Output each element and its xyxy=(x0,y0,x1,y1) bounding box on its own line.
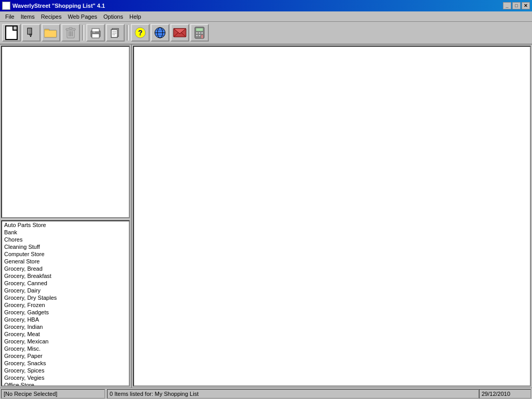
list-item[interactable]: Grocery, Gadgets xyxy=(2,309,129,316)
list-item[interactable]: Grocery, Frozen xyxy=(2,301,129,309)
svg-rect-14 xyxy=(92,34,99,38)
svg-rect-39 xyxy=(201,35,203,38)
list-item[interactable]: Computer Store xyxy=(2,250,129,258)
globe-icon xyxy=(154,26,166,39)
title-bar-left: WaverlyStreet "Shopping List" 4.1 xyxy=(2,2,105,10)
list-item[interactable]: Grocery, Breakfast xyxy=(2,272,129,280)
toolbar: ? xyxy=(0,22,532,45)
list-item[interactable]: Grocery, Dairy xyxy=(2,287,129,294)
menu-items[interactable]: Items xyxy=(18,12,38,21)
list-item[interactable]: General Store xyxy=(2,258,129,265)
svg-rect-38 xyxy=(198,35,201,36)
menu-help[interactable]: Help xyxy=(126,12,144,21)
list-item[interactable]: Bank xyxy=(2,229,129,236)
delete-button[interactable] xyxy=(61,24,80,42)
list-item[interactable]: Grocery, Dry Staples xyxy=(2,294,129,301)
svg-rect-13 xyxy=(92,29,99,32)
list-item[interactable]: Grocery, Canned xyxy=(2,280,129,287)
status-recipe: [No Recipe Selected] xyxy=(1,389,105,398)
copy-icon xyxy=(109,26,122,39)
separator-2 xyxy=(127,25,129,41)
print-icon xyxy=(89,26,102,39)
edit-button[interactable] xyxy=(22,24,41,42)
menu-webpages[interactable]: Web Pages xyxy=(64,12,100,21)
new-button[interactable] xyxy=(2,24,21,42)
help-icon: ? xyxy=(134,26,147,39)
status-date: 29/12/2010 xyxy=(479,389,531,398)
svg-rect-37 xyxy=(196,35,198,36)
list-item[interactable]: Grocery, Bread xyxy=(2,265,129,272)
list-item[interactable]: Office Store xyxy=(2,381,129,385)
copy-button[interactable] xyxy=(106,24,125,42)
pen-icon xyxy=(25,26,37,39)
svg-rect-36 xyxy=(201,32,203,34)
list-item[interactable]: Auto Parts Store xyxy=(2,221,129,229)
status-bar: [No Recipe Selected] 0 Items listed for:… xyxy=(0,388,532,399)
list-item[interactable]: Grocery, Spices xyxy=(2,367,129,374)
trash-icon xyxy=(65,26,76,39)
svg-marker-1 xyxy=(30,34,32,37)
close-button[interactable]: ✕ xyxy=(522,2,530,9)
svg-rect-5 xyxy=(45,31,56,37)
help-button[interactable]: ? xyxy=(131,24,150,42)
menu-bar: File Items Recipes Web Pages Options Hel… xyxy=(0,11,532,22)
list-item[interactable]: Grocery, HBA xyxy=(2,316,129,323)
calc-icon xyxy=(194,26,205,39)
calc-button[interactable] xyxy=(190,24,209,42)
mail-icon xyxy=(173,27,187,38)
app-icon xyxy=(2,2,10,10)
web-button[interactable] xyxy=(151,24,169,42)
app-title: WaverlyStreet "Shopping List" 4.1 xyxy=(12,3,105,9)
separator-1 xyxy=(82,25,84,41)
list-item[interactable]: Grocery, Mexican xyxy=(2,338,129,345)
list-item[interactable]: Grocery, Vegies xyxy=(2,374,129,381)
print-button[interactable] xyxy=(86,24,105,42)
list-item[interactable]: Cleaning Stuff xyxy=(2,243,129,250)
main-content: Auto Parts StoreBankChoresCleaning Stuff… xyxy=(0,45,532,388)
status-items: 0 Items listed for: My Shopping List xyxy=(107,389,479,398)
category-list[interactable]: Auto Parts StoreBankChoresCleaning Stuff… xyxy=(2,221,129,385)
left-panel: Auto Parts StoreBankChoresCleaning Stuff… xyxy=(0,45,132,388)
minimize-button[interactable]: _ xyxy=(503,2,511,9)
menu-file[interactable]: File xyxy=(2,12,18,21)
title-controls: _ □ ✕ xyxy=(503,2,530,9)
menu-recipes[interactable]: Recipes xyxy=(38,12,65,21)
svg-rect-35 xyxy=(198,32,201,34)
title-bar: WaverlyStreet "Shopping List" 4.1 _ □ ✕ xyxy=(0,0,532,11)
svg-rect-2 xyxy=(28,29,29,34)
main-panel xyxy=(133,46,531,387)
list-item[interactable]: Grocery, Indian xyxy=(2,323,129,330)
list-item[interactable]: Grocery, Meat xyxy=(2,330,129,338)
maximize-button[interactable]: □ xyxy=(512,2,521,9)
new-doc-icon xyxy=(5,25,18,40)
open-button[interactable] xyxy=(42,24,60,42)
svg-text:?: ? xyxy=(138,29,143,37)
menu-options[interactable]: Options xyxy=(100,12,126,21)
list-item[interactable]: Grocery, Snacks xyxy=(2,360,129,367)
svg-rect-33 xyxy=(196,28,203,31)
svg-rect-15 xyxy=(93,32,95,33)
list-item[interactable]: Grocery, Paper xyxy=(2,352,129,360)
list-item[interactable]: Grocery, Misc. xyxy=(2,345,129,352)
list-item[interactable]: Chores xyxy=(2,236,129,243)
folder-icon xyxy=(44,27,58,38)
svg-rect-8 xyxy=(69,28,72,29)
svg-rect-34 xyxy=(196,32,198,34)
mail-button[interactable] xyxy=(170,24,189,42)
category-list-container: Auto Parts StoreBankChoresCleaning Stuff… xyxy=(1,220,130,387)
recipe-panel xyxy=(1,46,130,218)
